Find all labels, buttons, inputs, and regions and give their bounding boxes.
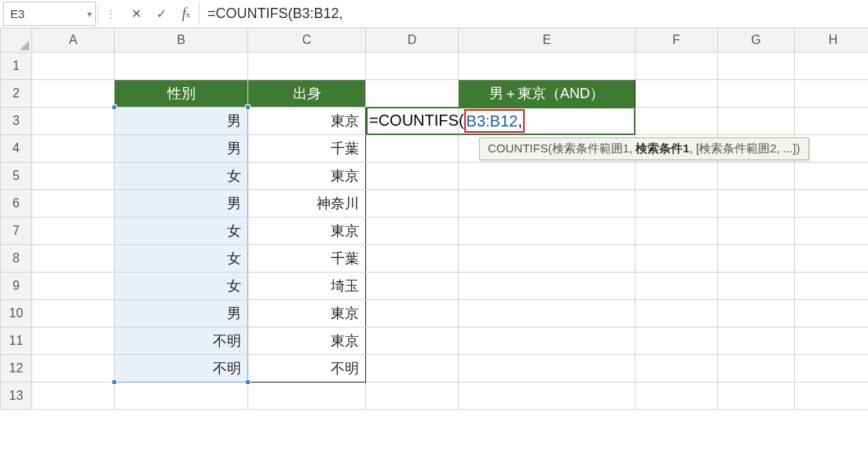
row-header-10[interactable]: 10 bbox=[1, 299, 32, 327]
row-header-7[interactable]: 7 bbox=[1, 217, 32, 244]
cell[interactable] bbox=[718, 79, 795, 107]
cell[interactable] bbox=[635, 354, 718, 382]
cell[interactable] bbox=[795, 189, 869, 217]
cell[interactable] bbox=[32, 382, 115, 409]
row-header-12[interactable]: 12 bbox=[1, 354, 32, 382]
cell[interactable]: 千葉 bbox=[248, 244, 366, 272]
cell[interactable] bbox=[795, 217, 869, 244]
row-header-1[interactable]: 1 bbox=[1, 52, 32, 79]
dots-button[interactable]: ⋮ bbox=[98, 0, 123, 27]
row-header-3[interactable]: 3 bbox=[1, 107, 32, 134]
cell[interactable] bbox=[718, 272, 795, 299]
cell[interactable]: 女 bbox=[115, 244, 248, 272]
cell[interactable] bbox=[635, 107, 718, 134]
cell[interactable] bbox=[635, 244, 718, 272]
cell[interactable] bbox=[32, 52, 115, 79]
col-header-E[interactable]: E bbox=[459, 28, 635, 52]
cell[interactable] bbox=[459, 272, 635, 299]
cell[interactable] bbox=[795, 272, 869, 299]
col-header-H[interactable]: H bbox=[795, 28, 869, 52]
cell[interactable] bbox=[795, 52, 869, 79]
cell[interactable]: 神奈川 bbox=[248, 189, 366, 217]
cell[interactable] bbox=[635, 162, 718, 189]
cell[interactable] bbox=[795, 107, 869, 134]
cell[interactable]: 男 bbox=[115, 107, 248, 134]
col-header-F[interactable]: F bbox=[635, 28, 718, 52]
cell[interactable] bbox=[795, 354, 869, 382]
cell[interactable] bbox=[718, 382, 795, 409]
name-box[interactable]: E3 ▾ bbox=[3, 2, 96, 26]
cell[interactable] bbox=[459, 327, 635, 354]
cell[interactable]: 東京 bbox=[248, 162, 366, 189]
row-header-4[interactable]: 4 bbox=[1, 134, 32, 162]
formula-input[interactable]: =COUNTIFS(B3:B12, bbox=[200, 0, 868, 27]
cell[interactable] bbox=[366, 79, 459, 107]
cell[interactable] bbox=[635, 217, 718, 244]
cell[interactable] bbox=[366, 354, 459, 382]
cell[interactable] bbox=[718, 189, 795, 217]
cell[interactable] bbox=[366, 189, 459, 217]
cell[interactable] bbox=[459, 299, 635, 327]
cell[interactable]: 男 bbox=[115, 299, 248, 327]
cell[interactable] bbox=[718, 327, 795, 354]
cell[interactable] bbox=[366, 244, 459, 272]
row-header-5[interactable]: 5 bbox=[1, 162, 32, 189]
cell[interactable] bbox=[795, 382, 869, 409]
cell[interactable] bbox=[366, 327, 459, 354]
col-header-C[interactable]: C bbox=[248, 28, 366, 52]
cell[interactable]: 不明 bbox=[115, 354, 248, 382]
cell[interactable] bbox=[635, 52, 718, 79]
cell[interactable] bbox=[718, 52, 795, 79]
cell[interactable] bbox=[248, 52, 366, 79]
row-header-11[interactable]: 11 bbox=[1, 327, 32, 354]
cell[interactable]: 男＋東京（AND） bbox=[459, 79, 635, 107]
cell[interactable]: 不明 bbox=[248, 354, 366, 382]
cell[interactable] bbox=[115, 382, 248, 409]
cell[interactable]: 出身 bbox=[248, 79, 366, 107]
cell[interactable] bbox=[32, 134, 115, 162]
col-header-B[interactable]: B bbox=[115, 28, 248, 52]
cell[interactable] bbox=[366, 134, 459, 162]
select-all-corner[interactable] bbox=[1, 28, 32, 52]
cell[interactable] bbox=[635, 327, 718, 354]
cell[interactable] bbox=[795, 244, 869, 272]
cell[interactable] bbox=[459, 52, 635, 79]
cell[interactable] bbox=[718, 299, 795, 327]
col-header-A[interactable]: A bbox=[32, 28, 115, 52]
cell[interactable] bbox=[366, 217, 459, 244]
enter-icon[interactable]: ✓ bbox=[148, 0, 174, 27]
cell[interactable]: =COUNTIFS(B3:B12,COUNTIFS(検索条件範囲1, 検索条件1… bbox=[459, 107, 635, 134]
cell[interactable] bbox=[459, 354, 635, 382]
cell[interactable] bbox=[635, 79, 718, 107]
cell[interactable] bbox=[795, 299, 869, 327]
row-header-2[interactable]: 2 bbox=[1, 79, 32, 107]
cell[interactable] bbox=[635, 272, 718, 299]
cell[interactable]: 不明 bbox=[115, 327, 248, 354]
row-header-6[interactable]: 6 bbox=[1, 189, 32, 217]
cell[interactable] bbox=[718, 354, 795, 382]
cell[interactable] bbox=[635, 299, 718, 327]
cell[interactable] bbox=[459, 189, 635, 217]
cell[interactable] bbox=[32, 189, 115, 217]
row-header-9[interactable]: 9 bbox=[1, 272, 32, 299]
cell[interactable] bbox=[248, 382, 366, 409]
cell[interactable]: 東京 bbox=[248, 327, 366, 354]
name-box-dropdown-icon[interactable]: ▾ bbox=[87, 9, 92, 20]
cell[interactable]: 東京 bbox=[248, 107, 366, 134]
cell[interactable] bbox=[718, 162, 795, 189]
col-header-D[interactable]: D bbox=[366, 28, 459, 52]
cell[interactable] bbox=[32, 299, 115, 327]
cell[interactable]: 男 bbox=[115, 189, 248, 217]
cell[interactable] bbox=[32, 354, 115, 382]
cell[interactable] bbox=[635, 382, 718, 409]
sheet-grid[interactable]: A B C D E F G H 12性別出身男＋東京（AND）3男東京=COUN… bbox=[0, 28, 868, 410]
cell[interactable]: 東京 bbox=[248, 217, 366, 244]
cell[interactable] bbox=[459, 162, 635, 189]
cell[interactable] bbox=[795, 327, 869, 354]
cell[interactable] bbox=[32, 217, 115, 244]
cell[interactable] bbox=[366, 272, 459, 299]
cell[interactable] bbox=[795, 79, 869, 107]
row-header-13[interactable]: 13 bbox=[1, 382, 32, 409]
cell[interactable] bbox=[32, 79, 115, 107]
cell[interactable] bbox=[718, 107, 795, 134]
